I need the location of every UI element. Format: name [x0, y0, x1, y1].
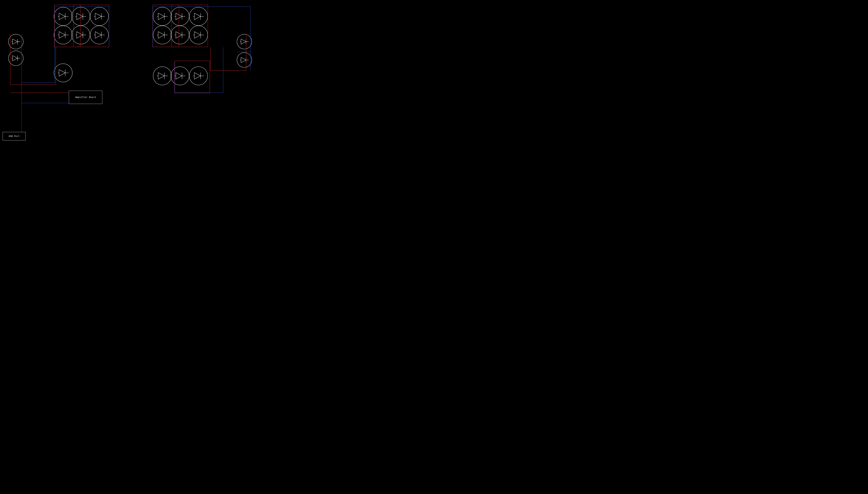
amplifier-board-text: Amplifier Board: [75, 96, 96, 99]
amplifier-board-label: Amplifier Board: [69, 91, 102, 104]
usb-port-text: USB Port: [8, 135, 20, 138]
usb-port-label: USB Port: [3, 132, 25, 140]
